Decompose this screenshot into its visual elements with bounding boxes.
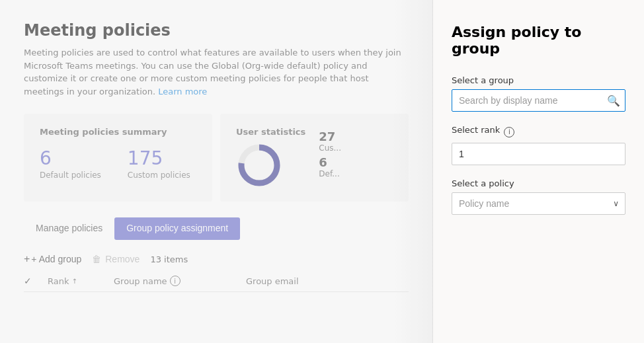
custom-count: 175	[128, 147, 190, 169]
policy-select-wrapper: Policy name ∨	[452, 192, 625, 215]
summary-card-title: Meeting policies summary	[40, 127, 196, 137]
rank-label-row: Select rank i	[452, 125, 625, 139]
tab-manage-policies[interactable]: Manage policies	[24, 217, 114, 240]
select-policy-field: Select a policy Policy name ∨	[452, 178, 625, 215]
page-description: Meeting policies are used to control wha…	[24, 46, 407, 98]
remove-button[interactable]: 🗑 Remove	[92, 254, 140, 264]
select-rank-field: Select rank i	[452, 125, 625, 165]
summary-card-stats: 6 Default policies 175 Custom policies	[40, 147, 196, 180]
search-group-input[interactable]	[452, 89, 625, 112]
default-label: Default policies	[40, 171, 101, 180]
select-group-field: Select a group 🔍	[452, 75, 625, 112]
group-name-info-icon: i	[170, 276, 181, 286]
th-checkbox: ✓	[24, 276, 48, 286]
custom-label: Custom policies	[128, 171, 190, 180]
us-custom-count: 27	[319, 130, 341, 143]
default-count: 6	[40, 147, 101, 169]
remove-icon: 🗑	[92, 254, 101, 264]
table-header: ✓ Rank ↑ Group name i Group email	[24, 270, 409, 292]
user-statistics-card: User statistics 27 Cus... 6 Def...	[220, 114, 409, 202]
group-name-col-label: Group name	[114, 276, 167, 286]
donut-chart	[236, 142, 282, 188]
select-policy-label: Select a policy	[452, 178, 625, 188]
tab-group-policy-assignment[interactable]: Group policy assignment	[114, 217, 240, 240]
tabs-row: Manage policies Group policy assignment	[24, 217, 409, 240]
user-stats-left: User statistics	[236, 127, 305, 188]
rank-info-icon: i	[504, 127, 514, 137]
plus-icon: +	[24, 253, 30, 265]
rank-input[interactable]	[452, 143, 625, 165]
add-group-label: + Add group	[31, 254, 81, 264]
main-content: Meeting policies Meeting policies are us…	[0, 0, 432, 343]
select-group-label: Select a group	[452, 75, 625, 85]
us-custom-item: 27 Cus...	[319, 130, 341, 153]
learn-more-link[interactable]: Learn more	[158, 87, 207, 96]
select-rank-label: Select rank	[452, 125, 500, 135]
th-group-email: Group email	[246, 276, 378, 286]
custom-stat: 175 Custom policies	[128, 147, 190, 180]
rank-sort-icon[interactable]: ↑	[71, 278, 77, 285]
meeting-policies-summary-card: Meeting policies summary 6 Default polic…	[24, 114, 212, 202]
user-stats-title: User statistics	[236, 127, 305, 137]
user-stats-legend: 27 Cus... 6 Def...	[319, 130, 341, 178]
toolbar: + + Add group 🗑 Remove 13 items	[24, 253, 409, 265]
us-default-count: 6	[319, 155, 341, 169]
right-panel: Assign policy to group Select a group 🔍 …	[432, 0, 644, 343]
page-title: Meeting policies	[24, 21, 409, 40]
search-group-icon-button[interactable]: 🔍	[607, 95, 620, 107]
th-group-name: Group name i	[114, 276, 246, 286]
rank-col-label: Rank	[48, 276, 69, 286]
add-group-button[interactable]: + + Add group	[24, 253, 81, 265]
th-rank: Rank ↑	[48, 276, 114, 286]
search-group-wrapper: 🔍	[452, 89, 625, 112]
search-icon: 🔍	[607, 95, 620, 106]
us-default-label: Def...	[319, 169, 341, 178]
policy-select[interactable]: Policy name	[452, 192, 625, 215]
default-stat: 6 Default policies	[40, 147, 101, 180]
us-default-item: 6 Def...	[319, 155, 341, 178]
panel-title: Assign policy to group	[452, 24, 625, 57]
items-count: 13 items	[150, 254, 188, 264]
remove-label: Remove	[105, 254, 140, 264]
us-custom-label: Cus...	[319, 143, 341, 153]
cards-row: Meeting policies summary 6 Default polic…	[24, 114, 409, 202]
group-email-col-label: Group email	[246, 276, 299, 286]
